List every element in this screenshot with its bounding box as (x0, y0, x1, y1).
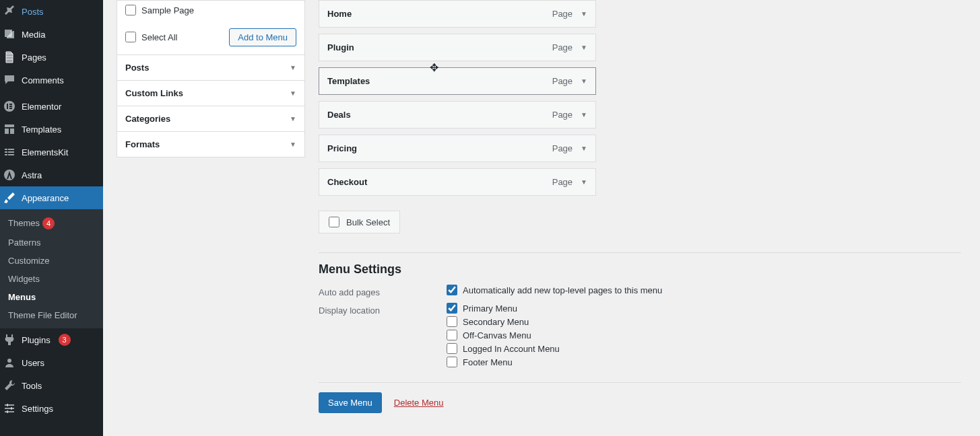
elementor-icon (3, 100, 16, 113)
sidebar-item-tools[interactable]: Tools (0, 374, 103, 397)
menu-item-type: Page (552, 42, 573, 52)
accordion-title: Formats (125, 139, 160, 149)
svg-rect-15 (11, 407, 12, 410)
menu-item-type: Page (552, 177, 573, 187)
chevron-down-icon[interactable]: ▼ (581, 77, 587, 85)
sidebar-item-templates[interactable]: Templates (0, 118, 103, 141)
chevron-down-icon: ▼ (290, 89, 296, 97)
sidebar-item-elementor[interactable]: Elementor (0, 95, 103, 118)
location-offcanvas[interactable]: Off-Canvas Menu (447, 330, 560, 340)
sidebar-label: Comments (22, 75, 64, 85)
sidebar-item-comments[interactable]: Comments (0, 69, 103, 92)
menu-item-title: Checkout (327, 177, 367, 187)
sidebar-item-elementskit[interactable]: ElementsKit (0, 141, 103, 164)
auto-add-checkbox[interactable] (447, 285, 457, 295)
svg-rect-8 (10, 129, 14, 134)
astra-icon (3, 168, 16, 182)
location-checkbox[interactable] (447, 330, 457, 340)
sub-item-patterns[interactable]: Patterns (0, 233, 103, 252)
svg-rect-3 (9, 104, 12, 105)
bulk-select-row[interactable]: Bulk Select (319, 211, 400, 233)
add-items-accordion: Sample Page Select All Add to Menu Posts… (117, 0, 305, 157)
sample-page-checkbox[interactable] (125, 5, 136, 15)
menu-settings-title: Menu Settings (319, 262, 961, 277)
delete-menu-link[interactable]: Delete Menu (394, 398, 444, 408)
menu-item-type: Page (552, 9, 573, 19)
svg-rect-7 (5, 129, 9, 134)
option-label: Off-Canvas Menu (463, 330, 531, 340)
menu-item-checkout[interactable]: Checkout Page▼ (319, 168, 596, 196)
chevron-down-icon[interactable]: ▼ (581, 111, 587, 118)
menu-item-pricing[interactable]: Pricing Page▼ (319, 135, 596, 162)
menu-item-type: Page (552, 143, 573, 153)
sidebar-item-posts[interactable]: Posts (0, 0, 103, 23)
location-checkbox[interactable] (447, 357, 457, 367)
menu-item-title: Home (327, 9, 352, 19)
accordion-head-posts[interactable]: Posts ▼ (117, 54, 304, 80)
sub-item-menus[interactable]: Menus (0, 288, 103, 306)
select-all-checkbox[interactable] (125, 32, 136, 42)
move-cursor-icon: ✥ (430, 61, 438, 74)
menu-item-deals[interactable]: Deals Page▼ (319, 101, 596, 129)
sidebar-label: ElementsKit (22, 147, 68, 157)
page-checkbox-row[interactable]: Sample Page (125, 1, 296, 20)
sub-item-themes[interactable]: Themes4 (0, 213, 103, 233)
update-badge: 4 (42, 217, 55, 229)
location-checkbox[interactable] (447, 343, 457, 354)
option-label: Secondary Menu (463, 317, 529, 327)
sidebar-label: Tools (22, 381, 42, 391)
sidebar-label: Templates (22, 124, 61, 135)
sidebar-item-pages[interactable]: Pages (0, 46, 103, 69)
chevron-down-icon[interactable]: ▼ (581, 10, 587, 17)
chevron-down-icon[interactable]: ▼ (581, 178, 587, 186)
accordion-head-custom-links[interactable]: Custom Links ▼ (117, 80, 304, 106)
admin-sidebar: Posts Media Pages Comments Elementor Tem… (0, 0, 103, 436)
update-badge: 3 (59, 334, 71, 346)
chevron-down-icon[interactable]: ▼ (581, 44, 587, 51)
svg-rect-5 (9, 108, 12, 109)
sub-item-theme-editor[interactable]: Theme File Editor (0, 306, 103, 324)
menu-item-home[interactable]: Home Page▼ (319, 0, 596, 28)
sidebar-item-astra[interactable]: Astra (0, 164, 103, 186)
menu-item-title: Plugin (327, 42, 354, 52)
add-to-menu-button[interactable]: Add to Menu (229, 28, 296, 46)
sub-item-customize[interactable]: Customize (0, 252, 103, 270)
svg-point-0 (10, 31, 11, 32)
select-all-row[interactable]: Select All (125, 28, 177, 46)
menu-items-list: Home Page▼ Plugin Page▼ ✥ Templates Page… (319, 0, 961, 196)
sidebar-item-appearance[interactable]: Appearance (0, 186, 103, 209)
svg-rect-14 (7, 404, 8, 406)
location-logged-in[interactable]: Logged In Account Menu (447, 343, 560, 354)
location-footer[interactable]: Footer Menu (447, 357, 560, 367)
sidebar-item-media[interactable]: Media (0, 23, 103, 46)
menu-item-templates[interactable]: ✥ Templates Page▼ (319, 67, 596, 95)
svg-rect-16 (7, 410, 8, 413)
svg-rect-11 (5, 404, 14, 406)
sidebar-item-users[interactable]: Users (0, 351, 103, 374)
bulk-select-checkbox[interactable] (329, 217, 339, 227)
sidebar-item-settings[interactable]: Settings (0, 397, 103, 420)
location-checkbox[interactable] (447, 303, 457, 314)
accordion-head-formats[interactable]: Formats ▼ (117, 131, 304, 157)
sidebar-label: Appearance (22, 193, 69, 203)
save-menu-button[interactable]: Save Menu (319, 392, 382, 413)
sidebar-label: Users (22, 358, 44, 368)
chevron-down-icon[interactable]: ▼ (581, 145, 587, 152)
auto-add-option[interactable]: Automatically add new top-level pages to… (447, 285, 662, 295)
checkbox-label: Sample Page (141, 5, 194, 15)
location-primary[interactable]: Primary Menu (447, 303, 560, 314)
accordion-title: Categories (125, 114, 170, 124)
users-icon (3, 356, 16, 369)
sidebar-item-plugins[interactable]: Plugins 3 (0, 328, 103, 351)
sidebar-label: Media (22, 30, 45, 40)
comments-icon (3, 73, 16, 87)
sidebar-label: Astra (22, 170, 42, 180)
svg-rect-6 (5, 124, 14, 127)
menu-item-plugin[interactable]: Plugin Page▼ (319, 34, 596, 61)
location-checkbox[interactable] (447, 316, 457, 327)
sub-item-widgets[interactable]: Widgets (0, 270, 103, 288)
appearance-submenu: Themes4 Patterns Customize Widgets Menus… (0, 209, 103, 328)
accordion-head-categories[interactable]: Categories ▼ (117, 106, 304, 131)
svg-point-10 (7, 359, 11, 363)
location-secondary[interactable]: Secondary Menu (447, 316, 560, 327)
